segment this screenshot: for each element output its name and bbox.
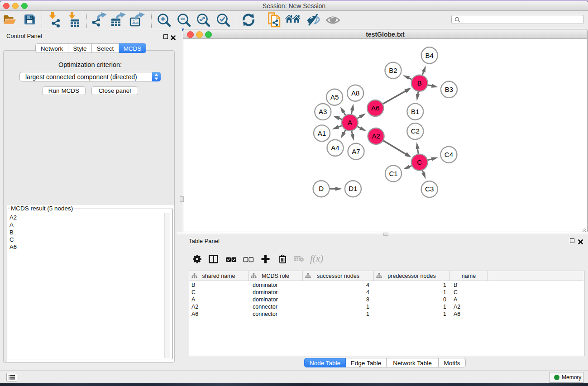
svg-text:D: D bbox=[319, 185, 324, 192]
svg-text:B1: B1 bbox=[411, 108, 419, 115]
svg-text:A2: A2 bbox=[372, 132, 380, 140]
svg-text:A: A bbox=[348, 119, 352, 126]
svg-text:C4: C4 bbox=[445, 151, 453, 158]
svg-text:A8: A8 bbox=[351, 89, 359, 97]
svg-text:C3: C3 bbox=[425, 185, 434, 193]
svg-text:B2: B2 bbox=[389, 67, 397, 74]
svg-text:C2: C2 bbox=[411, 127, 420, 135]
svg-text:A7: A7 bbox=[352, 148, 360, 155]
svg-text:B3: B3 bbox=[445, 86, 453, 93]
svg-text:A1: A1 bbox=[318, 129, 326, 137]
svg-text:A5: A5 bbox=[330, 93, 339, 101]
svg-text:A4: A4 bbox=[331, 144, 339, 152]
svg-text:D1: D1 bbox=[349, 185, 357, 192]
svg-text:C1: C1 bbox=[389, 170, 397, 177]
svg-text:B: B bbox=[417, 79, 422, 87]
svg-text:B4: B4 bbox=[425, 52, 434, 59]
svg-text:A3: A3 bbox=[319, 108, 327, 115]
svg-text:C: C bbox=[417, 158, 422, 166]
svg-text:A6: A6 bbox=[371, 104, 379, 112]
